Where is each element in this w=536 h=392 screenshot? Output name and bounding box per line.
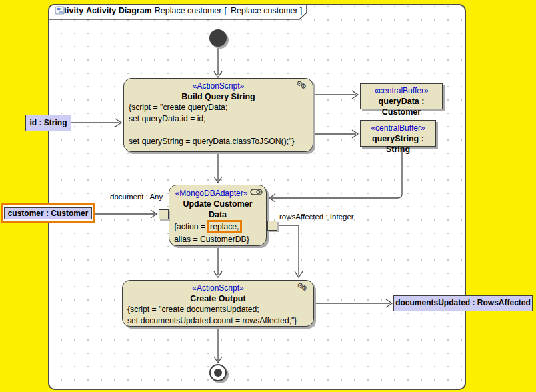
script-line: {script = "create queryData;	[124, 102, 313, 113]
central-buffer-querystring[interactable]: «centralBuffer» queryString : String	[360, 120, 436, 147]
gear-icon: ⚙	[300, 82, 307, 90]
frame-header-text: activityActivity DiagramReplace customer…	[55, 6, 302, 15]
action-update-customer-data[interactable]: «MongoDBAdapter» Update Customer Data {a…	[169, 185, 267, 246]
stereotype-row: «MongoDBAdapter»	[169, 187, 266, 199]
buffer-name: queryString : String	[361, 133, 435, 155]
input-pin-document[interactable]	[159, 209, 169, 219]
initial-node[interactable]	[209, 29, 227, 47]
stereotype-label: «ActionScript»	[124, 81, 313, 91]
script-line	[124, 125, 313, 136]
alias-property-line: alias = CustomerDB}	[169, 234, 266, 245]
activity-parameter-documentsupdated[interactable]: documentsUpdated : RowsAffected	[393, 295, 533, 311]
gears-icon: ⚙⚙	[297, 282, 310, 289]
activity-parameter-customer[interactable]: customer : Customer	[4, 207, 93, 219]
stereotype-label: «centralBuffer»	[361, 85, 442, 96]
stereotype-label: «MongoDBAdapter»	[175, 189, 248, 198]
pin-label-rowsaffected[interactable]: rowsAffected : Integer	[279, 213, 354, 221]
action-name: Update Customer Data	[169, 199, 266, 220]
action-property-line: {action =replace,	[169, 220, 266, 234]
action-build-query-string[interactable]: ⚙⚙ «ActionScript» Build Query String {sc…	[123, 78, 313, 152]
gear-icon: ⚙	[301, 284, 307, 292]
highlight-box-customer: customer : Customer	[1, 203, 95, 223]
final-node-dot	[214, 369, 222, 377]
adapter-icon	[250, 187, 263, 198]
pin-label-document[interactable]: document : Any	[110, 193, 163, 201]
buffer-name: queryData : Customer	[361, 96, 442, 117]
diagram-canvas: activityActivity DiagramReplace customer…	[0, 0, 536, 392]
bracket-open: [	[225, 6, 227, 15]
gears-icon: ⚙⚙	[296, 80, 309, 87]
action-prefix: {action =	[174, 222, 205, 231]
script-line: set documentsUpdated.count = rowsAffecte…	[123, 315, 313, 327]
output-pin-rowsaffected[interactable]	[267, 221, 277, 231]
script-line: {script = "create documentsUpdated;	[123, 304, 313, 315]
script-line: set queryData.id = id;	[124, 113, 313, 125]
frame-ref-name: Replace customer	[231, 6, 298, 15]
bracket-close: ]	[300, 6, 302, 15]
script-line: set queryString = queryData.classToJSON(…	[124, 136, 313, 147]
frame-diagram-type: Activity Diagram	[86, 6, 152, 15]
frame-diagram-name: Replace customer	[155, 6, 222, 15]
action-name: Build Query String	[124, 91, 313, 102]
frame-header-tab[interactable]: activityActivity DiagramReplace customer…	[48, 4, 308, 20]
central-buffer-querydata[interactable]: «centralBuffer» queryData : Customer	[360, 83, 443, 109]
action-name: Create Output	[123, 293, 313, 304]
stereotype-label: «centralBuffer»	[361, 123, 435, 133]
activity-final-node[interactable]	[209, 364, 227, 381]
stereotype-label: «ActionScript»	[123, 283, 313, 293]
activity-parameter-id[interactable]: id : String	[25, 115, 71, 131]
action-create-output[interactable]: ⚙⚙ «ActionScript» Create Output {script …	[122, 280, 314, 327]
highlighted-value-replace: replace,	[207, 220, 242, 233]
